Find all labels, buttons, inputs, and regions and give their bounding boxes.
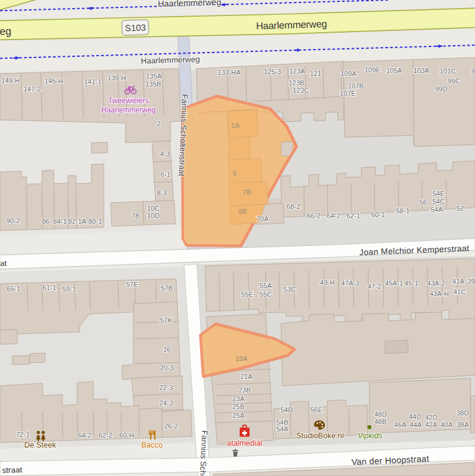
svg-text:48D: 48D [374, 410, 387, 418]
svg-text:7B: 7B [243, 189, 251, 196]
svg-text:at: at [0, 259, 7, 268]
svg-text:8-3: 8-3 [157, 189, 167, 197]
svg-text:135A: 135A [146, 72, 162, 80]
svg-text:65-1: 65-1 [7, 285, 20, 292]
svg-text:23A: 23A [232, 395, 245, 402]
svg-text:Haarlemmerweg: Haarlemmerweg [141, 54, 200, 66]
svg-text:43A-2: 43A-2 [427, 279, 445, 287]
svg-text:78: 78 [132, 212, 139, 219]
svg-text:47-2: 47-2 [368, 283, 381, 290]
svg-text:58-1: 58-1 [396, 207, 410, 215]
svg-text:141-1: 141-1 [84, 78, 101, 85]
svg-text:straat: straat [2, 465, 22, 475]
svg-text:125-3: 125-3 [264, 68, 281, 75]
svg-text:54D: 54D [280, 406, 293, 414]
svg-text:41C: 41C [453, 288, 466, 295]
svg-text:45-1: 45-1 [405, 279, 418, 287]
svg-text:139-H: 139-H [107, 74, 126, 82]
svg-text:5: 5 [233, 169, 237, 177]
svg-text:60-1: 60-1 [371, 211, 385, 218]
svg-text:44D: 44D [409, 413, 421, 420]
svg-text:55C: 55C [259, 291, 272, 298]
svg-text:68-2: 68-2 [287, 203, 300, 210]
svg-text:42D: 42D [425, 414, 437, 421]
svg-text:64-2: 64-2 [327, 212, 340, 219]
svg-text:60-H: 60-H [119, 431, 134, 439]
svg-text:S103: S103 [125, 22, 146, 33]
svg-text:54C: 54C [432, 198, 445, 205]
svg-text:Haarlemmerweg: Haarlemmerweg [101, 106, 156, 114]
svg-text:53C: 53C [284, 286, 296, 293]
svg-text:105A: 105A [386, 67, 402, 74]
svg-text:46A: 46A [394, 421, 406, 428]
svg-text:54E: 54E [432, 190, 445, 197]
svg-text:90-2: 90-2 [6, 217, 20, 224]
svg-text:47A-3: 47A-3 [341, 279, 359, 287]
svg-text:70A: 70A [256, 215, 269, 223]
svg-text:2: 2 [157, 120, 161, 127]
svg-text:40A: 40A [440, 421, 453, 428]
svg-text:57E: 57E [126, 281, 138, 288]
svg-text:109E: 109E [364, 66, 380, 74]
svg-text:20-3: 20-3 [160, 364, 174, 372]
svg-text:101C: 101C [440, 67, 456, 75]
svg-text:De Steek: De Steek [24, 441, 56, 449]
svg-text:26-2: 26-2 [164, 422, 178, 430]
svg-text:atalmedial: atalmedial [227, 439, 263, 448]
svg-text:4-3: 4-3 [160, 150, 170, 158]
svg-text:38D: 38D [456, 409, 469, 417]
svg-text:6-1: 6-1 [161, 171, 170, 178]
svg-text:99: 99 [471, 67, 475, 75]
svg-text:57B: 57B [161, 284, 173, 292]
svg-text:123B: 123B [288, 79, 305, 87]
svg-text:22-3: 22-3 [159, 384, 173, 391]
svg-text:39: 39 [468, 278, 475, 285]
svg-text:57K: 57K [160, 317, 172, 324]
svg-text:16: 16 [163, 346, 170, 353]
svg-text:41A: 41A [452, 278, 464, 285]
svg-text:weg: weg [0, 25, 12, 38]
svg-text:123A: 123A [289, 67, 305, 75]
svg-text:147-2: 147-2 [23, 85, 41, 93]
svg-text:54A: 54A [431, 206, 443, 213]
svg-text:Vipkids: Vipkids [358, 431, 382, 440]
svg-text:23B: 23B [238, 386, 251, 394]
svg-text:24-3: 24-3 [159, 399, 173, 407]
svg-text:43A-H: 43A-H [429, 290, 448, 297]
svg-text:59-1: 59-1 [62, 286, 76, 293]
svg-text:StudioBoke.nl: StudioBoke.nl [296, 431, 343, 440]
svg-text:44A: 44A [410, 421, 422, 428]
svg-text:121: 121 [310, 70, 321, 77]
svg-text:38A: 38A [456, 421, 469, 428]
svg-text:45A-1: 45A-1 [385, 279, 403, 287]
svg-text:84-1: 84-1 [53, 218, 67, 225]
svg-text:10C: 10C [147, 205, 159, 212]
svg-text:149-H: 149-H [1, 77, 20, 84]
svg-text:62-1: 62-1 [347, 212, 360, 219]
svg-text:42A: 42A [425, 421, 437, 428]
svg-text:107B: 107B [348, 82, 364, 90]
svg-text:133-HA: 133-HA [217, 69, 241, 76]
svg-text:Haarlemmerweg: Haarlemmerweg [256, 19, 327, 32]
svg-text:64-2: 64-2 [78, 431, 91, 439]
svg-text:80-1: 80-1 [88, 218, 102, 225]
svg-text:48B: 48B [374, 418, 387, 425]
svg-text:Tweewielers: Tweewielers [108, 96, 149, 105]
svg-text:99D: 99D [435, 85, 447, 93]
svg-text:109A: 109A [340, 70, 356, 77]
svg-text:62-2: 62-2 [99, 431, 112, 439]
svg-text:99C: 99C [448, 77, 460, 85]
svg-text:1A: 1A [231, 122, 240, 129]
svg-text:52: 52 [456, 205, 464, 212]
svg-text:86: 86 [42, 218, 49, 225]
svg-text:123C: 123C [293, 87, 309, 94]
svg-text:107E: 107E [340, 90, 356, 97]
svg-text:55E: 55E [241, 291, 253, 298]
svg-text:9B: 9B [238, 208, 246, 215]
svg-text:61-1: 61-1 [43, 284, 56, 291]
svg-text:55A: 55A [259, 282, 272, 289]
svg-text:135B: 135B [145, 80, 161, 88]
svg-text:66-2: 66-2 [307, 212, 321, 219]
svg-text:56E: 56E [310, 406, 322, 414]
svg-text:82-1A: 82-1A [68, 218, 86, 225]
